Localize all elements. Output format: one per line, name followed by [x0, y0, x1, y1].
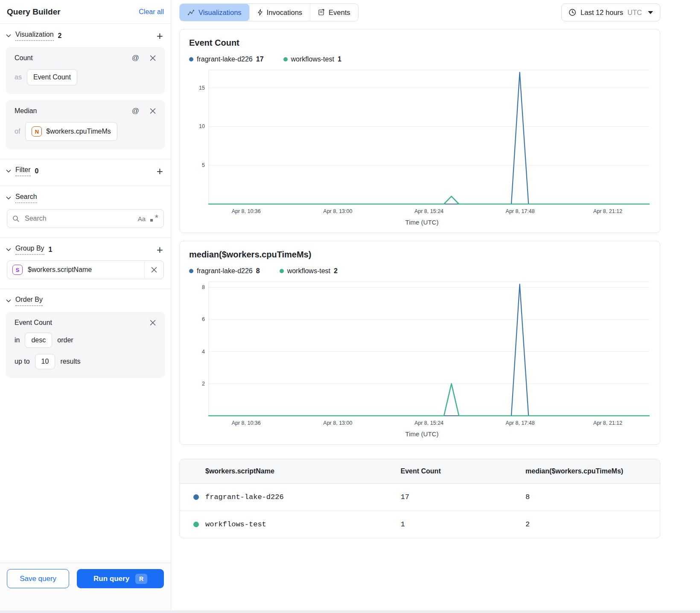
- x-tick-label: Apr 8, 17:48: [506, 208, 535, 214]
- add-group-by-button[interactable]: +: [155, 245, 165, 254]
- column-header-median: median($workers.cpuTimeMs): [525, 459, 660, 483]
- add-visualization-button[interactable]: +: [155, 32, 165, 40]
- chart-legend: fragrant-lake-d22617workflows-test1: [189, 55, 655, 63]
- group-by-section: Group By 1 + S $workers.scriptName: [0, 238, 171, 289]
- mention-icon[interactable]: @: [132, 54, 139, 62]
- legend-value: 1: [338, 55, 341, 63]
- series-color-dot: [193, 522, 199, 527]
- median-cell: 8: [525, 483, 660, 511]
- group-by-field-item[interactable]: S $workers.scriptName: [7, 260, 164, 279]
- order-by-card: Event Count in desc order up to 10 resul…: [6, 312, 165, 378]
- legend-name: workflows-test: [291, 55, 334, 63]
- main-content: Visualizations Invocations Events: [171, 0, 700, 610]
- legend-item[interactable]: fragrant-lake-d22617: [189, 55, 264, 63]
- x-tick-label: Apr 8, 13:00: [323, 208, 352, 214]
- series-line: [209, 196, 649, 204]
- tab-label: Invocations: [267, 9, 302, 17]
- chevron-down-icon[interactable]: [6, 196, 11, 200]
- results-table-card: $workers.scriptName Event Count median($…: [179, 459, 660, 538]
- filter-section-label: Filter: [15, 166, 31, 176]
- table-row: workflows-test12: [180, 511, 660, 538]
- keyboard-shortcut-badge: R: [135, 574, 147, 584]
- x-tick-label: Apr 8, 10:36: [232, 208, 261, 214]
- string-type-icon: S: [12, 265, 23, 275]
- legend-name: fragrant-lake-d226: [197, 267, 253, 275]
- y-tick-label: 5: [202, 162, 205, 168]
- legend-value: 17: [256, 55, 264, 63]
- tab-label: Events: [329, 9, 350, 17]
- alias-field[interactable]: Event Count: [27, 69, 77, 85]
- median-card-title: Median: [15, 107, 37, 115]
- x-tick-label: Apr 8, 13:00: [323, 420, 352, 426]
- tab-invocations[interactable]: Invocations: [249, 4, 310, 21]
- tab-visualizations[interactable]: Visualizations: [180, 4, 249, 21]
- search-box: Aa *: [7, 209, 164, 228]
- result-limit-input[interactable]: 10: [35, 354, 55, 369]
- line-chart: 51015Apr 8, 10:36Apr 8, 13:00Apr 8, 15:2…: [189, 67, 655, 219]
- order-by-section: Order By Event Count in desc order: [0, 289, 171, 387]
- median-field-name: $workers.cpuTimeMs: [46, 128, 111, 135]
- legend-dot: [283, 57, 288, 61]
- close-icon[interactable]: [149, 108, 156, 114]
- group-by-field-name: $workers.scriptName: [28, 266, 144, 274]
- run-query-button[interactable]: Run query R: [77, 569, 164, 588]
- legend-item[interactable]: workflows-test1: [283, 55, 341, 63]
- app-window: Query Builder Clear all Visualization 2 …: [0, 0, 700, 610]
- page-title: Query Builder: [7, 7, 61, 17]
- search-section: Search Aa *: [0, 186, 171, 238]
- sidebar-content: Visualization 2 + Count @ as Event Coun: [0, 24, 171, 563]
- chevron-down-icon[interactable]: [6, 299, 11, 303]
- filter-count: 0: [35, 167, 39, 175]
- count-card-title: Count: [15, 54, 33, 62]
- close-icon[interactable]: [145, 261, 163, 279]
- mention-icon[interactable]: @: [132, 107, 139, 115]
- x-tick-label: Apr 8, 21:12: [593, 208, 622, 214]
- chart-title: median($workers.cpuTimeMs): [189, 250, 655, 260]
- chart-plot-area: 2468Apr 8, 10:36Apr 8, 13:00Apr 8, 15:24…: [189, 278, 654, 429]
- table-body: fragrant-lake-d226178workflows-test12: [180, 483, 660, 538]
- chevron-down-icon[interactable]: [6, 248, 11, 251]
- series-line: [209, 284, 649, 416]
- sort-direction-selector[interactable]: desc: [25, 333, 52, 348]
- results-label: results: [60, 358, 80, 365]
- add-filter-button[interactable]: +: [155, 167, 165, 175]
- chart-legend: fragrant-lake-d2268workflows-test2: [189, 267, 655, 275]
- caret-down-icon: [648, 11, 653, 14]
- event-count-cell: 1: [401, 511, 526, 538]
- table-header-row: $workers.scriptName Event Count median($…: [180, 459, 660, 483]
- chevron-down-icon[interactable]: [6, 34, 11, 38]
- legend-item[interactable]: workflows-test2: [280, 267, 338, 275]
- match-case-icon[interactable]: Aa: [138, 215, 146, 222]
- close-icon[interactable]: [149, 55, 156, 61]
- column-header-script-name: $workers.scriptName: [180, 459, 401, 483]
- series-line: [209, 384, 649, 416]
- x-tick-label: Apr 8, 17:48: [506, 420, 535, 426]
- x-tick-label: Apr 8, 21:12: [593, 420, 622, 426]
- clear-all-button[interactable]: Clear all: [139, 8, 164, 16]
- median-cputime-chart-card: median($workers.cpuTimeMs) fragrant-lake…: [179, 241, 660, 445]
- chevron-down-icon[interactable]: [6, 169, 11, 173]
- x-tick-label: Apr 8, 15:24: [414, 420, 443, 426]
- search-input[interactable]: [24, 214, 134, 223]
- save-query-button[interactable]: Save query: [7, 569, 69, 588]
- up-to-label: up to: [15, 358, 30, 365]
- median-field-selector[interactable]: N $workers.cpuTimeMs: [25, 122, 117, 141]
- table-row: fragrant-lake-d226178: [180, 483, 660, 511]
- script-name: workflows-test: [205, 520, 266, 528]
- results-table: $workers.scriptName Event Count median($…: [180, 459, 660, 538]
- legend-name: workflows-test: [287, 267, 330, 275]
- document-icon: [318, 9, 325, 16]
- y-tick-label: 2: [202, 381, 205, 387]
- legend-item[interactable]: fragrant-lake-d2268: [189, 267, 260, 275]
- chart-line-icon: [187, 9, 195, 16]
- group-by-section-label: Group By: [15, 245, 44, 255]
- tab-events[interactable]: Events: [310, 4, 358, 21]
- event-count-chart-card: Event Count fragrant-lake-d22617workflow…: [179, 29, 660, 233]
- main-toolbar: Visualizations Invocations Events: [179, 3, 660, 21]
- y-tick-label: 8: [202, 284, 205, 290]
- legend-dot: [189, 57, 193, 61]
- regex-icon[interactable]: *: [150, 214, 158, 223]
- y-tick-label: 10: [199, 123, 205, 129]
- time-range-selector[interactable]: Last 12 hours UTC: [561, 3, 660, 21]
- close-icon[interactable]: [149, 319, 156, 326]
